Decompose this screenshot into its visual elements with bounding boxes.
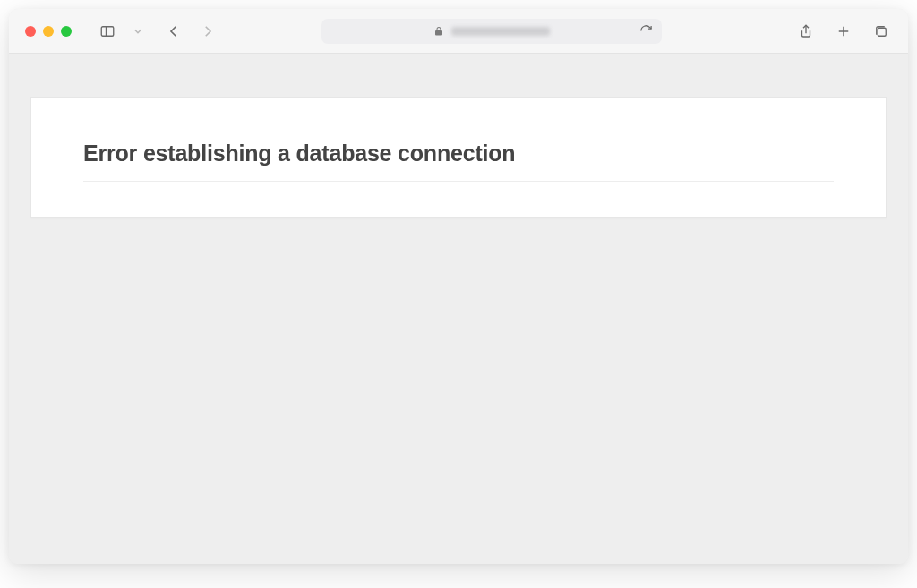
address-url-obscured: [451, 27, 550, 36]
close-window-button[interactable]: [25, 26, 36, 37]
sidebar-dropdown-button[interactable]: [127, 21, 149, 42]
maximize-window-button[interactable]: [61, 26, 72, 37]
share-button[interactable]: [795, 21, 817, 42]
svg-rect-0: [101, 26, 114, 36]
svg-rect-4: [878, 28, 886, 36]
error-heading: Error establishing a database connection: [83, 141, 834, 182]
forward-button[interactable]: [197, 21, 219, 42]
lock-icon: [433, 26, 444, 37]
window-controls: [25, 26, 72, 37]
new-tab-button[interactable]: [833, 21, 854, 42]
address-bar[interactable]: [321, 19, 662, 44]
sidebar-toggle-button[interactable]: [97, 21, 118, 42]
back-button[interactable]: [163, 21, 184, 42]
minimize-window-button[interactable]: [43, 26, 54, 37]
tabs-overview-button[interactable]: [870, 21, 892, 42]
reload-button[interactable]: [639, 24, 653, 38]
browser-window: Error establishing a database connection: [9, 9, 908, 564]
browser-toolbar: [9, 9, 908, 54]
page-content: Error establishing a database connection: [9, 54, 908, 564]
nav-buttons: [163, 21, 219, 42]
error-card: Error establishing a database connection: [30, 97, 887, 218]
toolbar-right: [795, 21, 892, 42]
